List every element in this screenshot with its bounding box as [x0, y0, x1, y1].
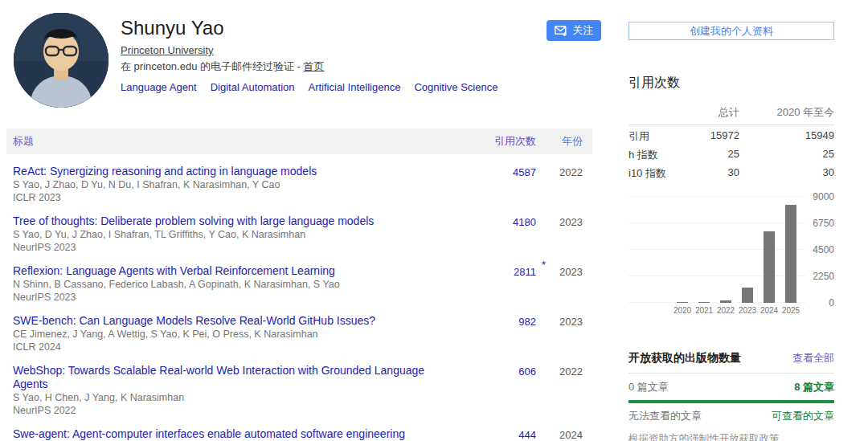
chart-ytick-label: 0 [829, 297, 834, 308]
publication-title-link[interactable]: SWE-bench: Can Language Models Resolve R… [13, 314, 456, 328]
chart-bar-2025[interactable] [785, 205, 796, 303]
profile-info: Shunyu Yao Princeton University 在 prince… [121, 16, 497, 93]
chart-gridline [628, 196, 805, 197]
cited-by-link[interactable]: 2811* [464, 264, 536, 304]
publication-venue: NeurIPS 2023 [13, 241, 456, 254]
envelope-plus-icon [555, 26, 567, 36]
chart-bar-2022[interactable] [720, 300, 731, 303]
cited-by-link[interactable]: 4587 [464, 165, 536, 204]
publication-venue: ICLR 2024 [13, 341, 456, 353]
publications-table: 标题 引用次数 年份 ReAct: Synergizing reasoning … [6, 129, 592, 441]
chart-bar-2024[interactable] [764, 231, 775, 303]
citations-chart-ylabels: 02250450067509000 [805, 197, 834, 303]
follow-button[interactable]: 关注 [547, 20, 601, 41]
profile-photo [14, 13, 108, 108]
publication-title-link[interactable]: WebShop: Towards Scalable Real-world Web… [13, 364, 456, 391]
chart-gridline [628, 223, 805, 223]
verified-email: 在 princeton.edu 的电子邮件经过验证 - 首页 [121, 59, 497, 74]
publication-venue: NeurIPS 2023 [13, 291, 456, 304]
homepage-link[interactable]: 首页 [304, 60, 325, 72]
publication-authors: S Yao, J Zhao, D Yu, N Du, I Shafran, K … [13, 178, 456, 191]
metric-row-citations: 引用 15972 15949 [628, 129, 834, 144]
chart-ytick-label: 9000 [813, 191, 834, 202]
cited-by-link[interactable]: 4180 [464, 214, 536, 254]
chart-bar-2020[interactable] [677, 302, 688, 303]
open-access-note: 根据资助方的强制性开放获取政策 [628, 432, 834, 441]
chart-bar-2021[interactable] [698, 302, 710, 303]
publication-row: WebShop: Towards Scalable Real-world Web… [6, 364, 592, 417]
cited-by-link[interactable]: 606 [464, 364, 536, 417]
publication-authors: S Yao, D Yu, J Zhao, I Shafran, TL Griff… [13, 228, 456, 241]
chart-ytick-label: 6750 [813, 218, 834, 229]
publication-year: 2022 [536, 364, 583, 417]
header-title: 标题 [13, 134, 464, 149]
tag-artificial-intelligence[interactable]: Artificial Intelligence [309, 81, 401, 93]
create-profile-button[interactable]: 创建我的个人资料 [628, 22, 834, 40]
publication-title-link[interactable]: Reflexion: Language Agents with Verbal R… [13, 264, 456, 278]
citation-asterisk: * [542, 259, 546, 271]
cited-by-link[interactable]: 444 [464, 427, 536, 441]
chart-xtick-label: 2025 [777, 306, 805, 315]
tag-language-agent[interactable]: Language Agent [121, 81, 197, 93]
open-articles-caption[interactable]: 可查看的文章 [772, 409, 834, 423]
publication-venue: ICLR 2023 [13, 191, 456, 204]
view-all-link[interactable]: 查看全部 [792, 351, 834, 365]
publication-year: 2023 [536, 214, 583, 254]
chart-gridline [628, 249, 805, 250]
citations-heading: 引用次数 [628, 75, 680, 92]
publication-authors: S Yao, H Chen, J Yang, K Narasimhan [13, 391, 456, 404]
publication-title-link[interactable]: Swe-agent: Agent-computer interfaces ena… [13, 427, 456, 441]
citation-metrics-table: 总计 2020 年至今 引用 15972 15949 h 指数 25 25 i1… [628, 105, 834, 181]
affiliation-link[interactable]: Princeton University [121, 44, 214, 56]
open-articles-count: 8 篇文章 [794, 380, 834, 394]
publication-authors: CE Jimenez, J Yang, A Wettig, S Yao, K P… [13, 328, 456, 341]
chart-ytick-label: 2250 [813, 271, 834, 282]
metrics-col-all: 总计 [675, 105, 739, 120]
cited-by-link[interactable]: 982 [464, 314, 536, 353]
publication-title-link[interactable]: ReAct: Synergizing reasoning and acting … [13, 165, 456, 178]
follow-button-label: 关注 [572, 23, 593, 38]
metrics-col-since: 2020 年至今 [739, 105, 834, 120]
metric-row-h-index: h 指数 25 25 [628, 148, 834, 162]
publication-row: Tree of thoughts: Deliberate problem sol… [6, 214, 592, 254]
publication-row: Reflexion: Language Agents with Verbal R… [6, 264, 592, 304]
tag-digital-automation[interactable]: Digital Automation [211, 81, 295, 93]
citations-chart-plot: 202020212022202320242025 [628, 197, 805, 303]
publication-year: 2022 [536, 165, 583, 204]
header-year-sort[interactable]: 年份 [536, 134, 583, 149]
publication-year: 2024 [536, 427, 583, 441]
tag-cognitive-science[interactable]: Cognitive Science [414, 81, 497, 93]
open-access-heading: 开放获取的出版物数量 [628, 351, 741, 365]
chart-gridline [628, 302, 805, 303]
publication-venue: NeurIPS 2022 [13, 404, 456, 417]
open-access-section: 开放获取的出版物数量 查看全部 0 篇文章 8 篇文章 无法查看的文章 可查看的… [628, 351, 834, 441]
chart-gridline [628, 276, 805, 276]
publication-row: Swe-agent: Agent-computer interfaces ena… [6, 427, 592, 441]
closed-articles-count: 0 篇文章 [628, 380, 669, 394]
publication-authors: N Shinn, B Cassano, Federico Labash, A G… [13, 278, 456, 291]
profile-name: Shunyu Yao [121, 16, 497, 40]
closed-articles-caption: 无法查看的文章 [628, 409, 702, 423]
header-cited-by-sort[interactable]: 引用次数 [464, 134, 536, 149]
citations-chart: 202020212022202320242025 022504500675090… [628, 197, 834, 319]
publications-header: 标题 引用次数 年份 [6, 129, 592, 154]
publication-row: ReAct: Synergizing reasoning and acting … [6, 165, 592, 204]
interest-tags: Language Agent Digital Automation Artifi… [121, 81, 497, 93]
publication-year: 2023 [536, 314, 583, 353]
chart-bar-2023[interactable] [742, 288, 753, 303]
publication-row: SWE-bench: Can Language Models Resolve R… [6, 314, 592, 353]
open-access-progress-bar [628, 400, 834, 403]
metric-row-i10-index: i10 指数 30 30 [628, 166, 834, 181]
publication-title-link[interactable]: Tree of thoughts: Deliberate problem sol… [13, 214, 456, 228]
profile-photo-image [14, 13, 108, 108]
chart-ytick-label: 4500 [813, 244, 834, 255]
